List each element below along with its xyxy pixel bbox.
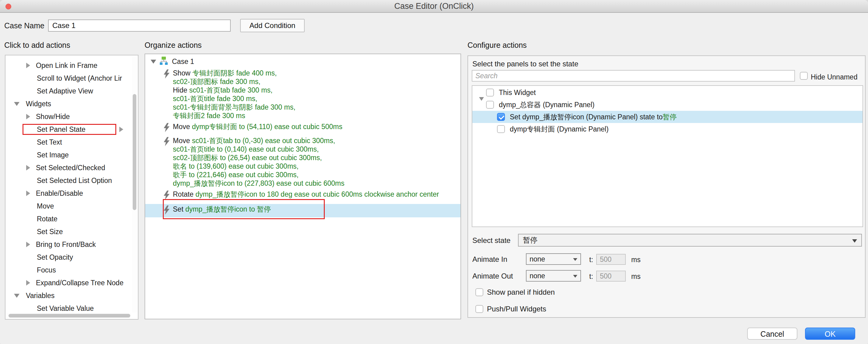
ms-in-label: ms — [631, 256, 641, 264]
action-list-item[interactable]: Set Opacity — [5, 251, 138, 263]
vertical-scrollbar[interactable] — [132, 56, 137, 312]
action-list-item[interactable]: Expand/Collapse Tree Node — [5, 276, 138, 289]
action-item[interactable]: Rotate dymp_播放暂停icon to 180 deg ease out… — [145, 190, 461, 201]
action-item[interactable]: Move sc01-首页tab to (0,-30) ease out cubi… — [145, 136, 461, 188]
submenu-arrow-icon — [26, 191, 30, 196]
action-list-item-label: Set Text — [37, 138, 62, 147]
action-list-item[interactable]: Move — [5, 200, 138, 213]
action-list-item[interactable]: Set Selected List Option — [5, 174, 138, 187]
panel-checkbox[interactable] — [486, 101, 494, 109]
submenu-arrow-icon — [26, 63, 30, 68]
action-description: Show 专辑封面阴影 fade 400 ms,sc02-顶部图标 fade 3… — [173, 69, 296, 120]
action-item-selected[interactable]: Set dymp_播放暂停icon to 暂停 — [145, 204, 461, 217]
action-description: Move sc01-首页tab to (0,-30) ease out cubi… — [173, 136, 344, 188]
panel-state-value: 暂停 — [662, 112, 677, 122]
action-list-item[interactable]: Set Selected/Checked — [5, 161, 138, 174]
action-list-item-label: Rotate — [37, 215, 58, 223]
action-list-item-label: Expand/Collapse Tree Node — [36, 279, 124, 287]
action-description: Rotate dymp_播放暂停icon to 180 deg ease out… — [173, 190, 439, 201]
t-out-input — [596, 271, 626, 282]
push-pull-widgets-checkbox[interactable] — [475, 305, 483, 313]
action-list-item[interactable]: Show/Hide — [5, 110, 138, 123]
horizontal-scrollbar-thumb[interactable] — [8, 314, 130, 317]
t-in-label: t: — [589, 256, 593, 264]
horizontal-scrollbar[interactable] — [6, 313, 131, 318]
case-name-label: Case Name — [4, 21, 44, 30]
t-in-input — [596, 254, 626, 265]
action-list-item-label: Bring to Front/Back — [36, 241, 96, 249]
panel-tree-label: dymp专辑封面 (Dynamic Panel) — [510, 125, 609, 134]
action-list-item-label: Focus — [37, 266, 56, 274]
action-list-item[interactable]: Widgets — [5, 97, 138, 110]
push-pull-widgets-row: Push/Pull Widgets — [475, 305, 546, 313]
panel-tree-label: dymp_总容器 (Dynamic Panel) — [499, 100, 594, 110]
panel-tree-row[interactable]: dymp专辑封面 (Dynamic Panel) — [472, 123, 863, 135]
action-list-item[interactable]: Rotate — [5, 213, 138, 225]
panel-checkbox[interactable] — [486, 89, 494, 96]
ok-button[interactable]: OK — [805, 327, 855, 340]
action-list-item[interactable]: Enable/Disable — [5, 187, 138, 200]
t-out-label: t: — [589, 273, 593, 281]
cancel-button[interactable]: Cancel — [747, 327, 797, 340]
action-list-item[interactable]: Set Image — [5, 149, 138, 161]
select-state-label: Select state — [472, 236, 510, 245]
window-title: Case Editor (OnClick) — [0, 0, 868, 13]
action-list-item-label: Set Opacity — [37, 253, 73, 261]
action-list-item-label: Set Selected/Checked — [36, 164, 105, 172]
panel-tree-row[interactable]: Set dymp_播放暂停icon (Dynamic Panel) state … — [472, 111, 863, 123]
animate-out-label: Animate Out — [472, 272, 513, 280]
action-list-item-label: Set Image — [37, 151, 69, 159]
lightning-bolt-icon — [163, 190, 170, 201]
panel-tree-row[interactable]: dymp_总容器 (Dynamic Panel) — [472, 99, 863, 111]
select-state-value: 暂停 — [523, 236, 537, 244]
action-list-item-label: Scroll to Widget (Anchor Lir — [37, 74, 122, 83]
add-condition-button[interactable]: Add Condition — [240, 19, 305, 32]
hide-unnamed-label: Hide Unnamed — [811, 73, 857, 81]
case-label: Case 1 — [172, 58, 194, 66]
configure-panel-title: Configure actions — [467, 41, 527, 50]
action-list-item[interactable]: Close Window — [5, 55, 138, 59]
panel-tree-row[interactable]: This Widget — [472, 87, 863, 99]
action-list-item[interactable]: Focus — [5, 263, 138, 276]
action-list-item[interactable]: Open Link in Frame — [5, 59, 138, 72]
expanded-icon[interactable] — [14, 102, 20, 106]
expanded-icon[interactable] — [14, 294, 20, 298]
animate-out-dropdown[interactable]: none — [526, 270, 581, 282]
panel-checkbox[interactable] — [497, 125, 505, 133]
select-state-dropdown[interactable]: 暂停 — [518, 234, 862, 247]
action-list-item-label: Set Size — [37, 228, 63, 236]
select-panels-label: Select the panels to set the state — [472, 60, 578, 68]
action-list-item[interactable]: Scroll to Widget (Anchor Lir — [5, 72, 138, 85]
chevron-down-icon — [852, 239, 857, 243]
action-list-item[interactable]: Bring to Front/Back — [5, 238, 138, 251]
panel-tree-label: Set dymp_播放暂停icon (Dynamic Panel) state … — [510, 112, 662, 122]
collapse-icon[interactable] — [151, 60, 156, 64]
action-list-item-label: Show/Hide — [36, 113, 70, 121]
hide-unnamed-checkbox[interactable] — [800, 72, 808, 80]
animate-out-value: none — [530, 272, 545, 280]
action-item[interactable]: Move dymp专辑封面 to (54,110) ease out cubic… — [145, 122, 461, 134]
show-panel-if-hidden-checkbox[interactable] — [475, 288, 483, 296]
action-list-item[interactable]: Set Adaptive View — [5, 85, 138, 97]
animate-in-value: none — [530, 255, 545, 263]
case-editor-dialog: Case Editor (OnClick) Case Name Add Cond… — [0, 0, 868, 344]
action-list-item[interactable]: Set Panel State — [5, 123, 138, 136]
case-name-input[interactable] — [48, 20, 231, 32]
action-list-item[interactable]: Variables — [5, 289, 138, 302]
panel-checkbox-checked[interactable] — [497, 113, 505, 121]
case-node[interactable]: Case 1 — [145, 56, 461, 67]
left-panel-title: Click to add actions — [4, 41, 70, 50]
panel-tree-label: This Widget — [499, 89, 536, 97]
action-list-item[interactable]: Set Text — [5, 136, 138, 149]
lightning-bolt-icon — [163, 69, 170, 120]
animate-in-dropdown[interactable]: none — [526, 253, 581, 265]
action-list-item[interactable]: Set Size — [5, 225, 138, 238]
expanded-icon[interactable] — [479, 97, 484, 109]
action-list-item-label: Open Link in Frame — [36, 62, 97, 70]
action-item[interactable]: Show 专辑封面阴影 fade 400 ms,sc02-顶部图标 fade 3… — [145, 69, 461, 120]
ms-out-label: ms — [631, 273, 641, 281]
search-input[interactable] — [472, 70, 795, 82]
submenu-arrow-icon — [26, 242, 30, 247]
vertical-scrollbar-thumb[interactable] — [133, 94, 136, 210]
action-list-item-label: Set Selected List Option — [37, 177, 112, 185]
